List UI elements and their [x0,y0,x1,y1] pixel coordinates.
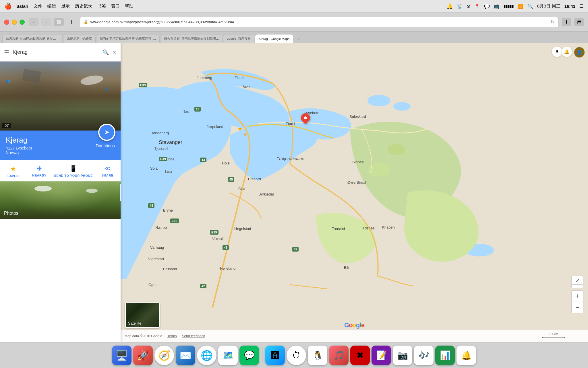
traffic-lights [4,20,25,25]
dock-icon-music[interactable]: 🎵 [329,346,349,365]
tab-stavanger[interactable]: 所有的斯塔万格旅游问答,蚂蜂窝问答 -... [96,34,160,43]
map-pin-kjerag[interactable] [301,113,310,122]
photo-number: 07 [2,123,11,128]
map-area[interactable]: Judeberg Fister Tau Årdal Jørpeland Flør… [121,43,588,342]
dock-icon-onenote[interactable]: 📝 [372,346,391,365]
new-tab-button[interactable]: ⬒ [574,18,584,26]
user-avatar[interactable]: 👤 [574,47,585,58]
apple-menu[interactable]: 🍎 [5,3,12,10]
fullscreen-window-button[interactable] [20,20,25,25]
dock: 🖥️ 🚀 🧭 ✉️ 🌐 🗺️ 💬 🅰 ⏱ 🐧 🎵 ✖ 📝 📷 🎶 📊 🔔 [0,342,588,368]
address-bar[interactable]: 🔒 www.google.com.hk/maps/place/Kjerag/@5… [79,17,559,27]
menubar-extra-icon[interactable]: ☰ [579,3,583,9]
directions-button[interactable]: Directions [96,143,115,148]
place-photo: 👥 👤 07 [0,62,121,131]
dock-icon-safari[interactable]: 🧭 [154,346,174,365]
dock-icon-clock[interactable]: ⏱ [287,346,306,365]
dock-icon-appstore[interactable]: 🅰 [265,346,285,365]
dock-icon-launchpad[interactable]: 🚀 [133,346,153,365]
zoom-in-button[interactable]: + [571,290,583,302]
airplay-icon[interactable]: 📺 [494,3,500,9]
nearby-icon: ⊕ [37,165,42,172]
menu-view[interactable]: 显示 [61,3,70,9]
notification-icon[interactable]: 🔔 [446,3,453,9]
clear-search-icon[interactable]: ✕ [112,49,117,55]
terms-link[interactable]: Terms [167,334,177,338]
datetime: 8月3日 周三 [537,3,560,9]
menu-bookmarks[interactable]: 书签 [97,3,106,9]
dock-icon-qq[interactable]: 🐧 [308,346,327,365]
search-icon[interactable]: 🔍 [102,49,109,55]
send-to-phone-icon: 📱 [69,165,77,172]
download-button[interactable]: ⬇ [67,18,76,26]
wechat-menu-icon[interactable]: 💬 [484,3,490,9]
dock-divider [262,347,262,363]
send-feedback-link[interactable]: Send feedback [182,334,205,338]
dock-icon-photos[interactable]: 📷 [393,346,412,365]
nearby-action[interactable]: ⊕ NEARBY [28,165,51,178]
dock-icon-itunes[interactable]: 🎶 [414,346,434,365]
screen-icon[interactable]: ⊙ [467,3,470,9]
dock-icon-chrome[interactable]: 🌐 [197,346,216,365]
saved-label: SAVED [7,174,19,178]
shield-e39-southeast: E39 [210,230,218,235]
menu-file[interactable]: 文件 [34,3,42,9]
place-address-line2: Norway [6,150,115,155]
search-input[interactable] [13,49,99,55]
wifi-icon[interactable]: 📶 [518,3,523,9]
menu-history[interactable]: 历史记录 [75,3,92,9]
location-icon[interactable]: 📍 [474,3,480,9]
sidebar-collapse-toggle[interactable]: ‹ [120,184,121,201]
shield-13-middle: 13 [200,158,206,162]
back-button[interactable]: ‹ [29,18,38,26]
dock-icon-maps[interactable]: 🗺️ [218,346,238,365]
send-to-phone-label: SEND TO YOUR PHONE [54,174,93,178]
screenshare-icon[interactable]: 📡 [457,3,463,9]
saved-action[interactable]: ★ SAVED [2,165,25,178]
google-apps-button[interactable]: ⠿ [552,47,562,57]
shield-42-south: 42 [200,284,206,288]
content-area: ☰ 🔍 ✕ ‹ 👥 👤 07 [0,43,588,342]
minimize-window-button[interactable] [12,20,17,25]
address-text[interactable]: www.google.com.hk/maps/place/Kjerag/@58.… [90,20,548,24]
tab-baidu[interactable]: google_百度搜索 [223,34,254,43]
menubar: 🍎 Safari 文件 编辑 显示 历史记录 书签 窗口 帮助 🔔 📡 ⊙ 📍 … [0,0,588,13]
tab-oulo[interactable]: 想去布道石, 请问从奥斯陆出发到斯塔... [160,34,223,43]
notifications-bell[interactable]: 🔔 [562,47,572,57]
send-to-phone-action[interactable]: 📱 SEND TO YOUR PHONE [54,165,93,178]
expand-map-button[interactable]: ⤢ [571,276,583,285]
refresh-icon[interactable]: ↻ [551,19,554,25]
dock-icon-crossover[interactable]: ✖ [350,346,370,365]
tab-travel[interactable]: 旅游攻略,自由行,自助游攻略,旅游社交分... [2,34,63,43]
browser: ‹ › ⬜ ⬇ 🔒 www.google.com.hk/maps/place/K… [0,13,588,342]
browser-toolbar: ‹ › ⬜ ⬇ 🔒 www.google.com.hk/maps/place/K… [0,13,588,32]
close-window-button[interactable] [4,20,9,25]
forward-button[interactable]: › [41,18,51,26]
svg-point-9 [388,144,405,155]
menu-edit[interactable]: 编辑 [47,3,56,9]
lock-icon: 🔒 [84,20,88,24]
menu-window[interactable]: 窗口 [111,3,120,9]
saved-icon: ★ [10,165,16,173]
tab-overview-button[interactable]: ⬜ [54,18,64,26]
share-toolbar-button[interactable]: ⬆ [562,18,571,26]
dock-icon-finder[interactable]: 🖥️ [112,346,131,365]
dock-icon-mail[interactable]: ✉️ [176,346,195,365]
tab-googlemaps-active[interactable]: Kjerag - Google Maps [255,34,293,43]
directions-fab[interactable]: ➤ [98,124,115,141]
menu-help[interactable]: 帮助 [125,3,134,9]
zoom-out-button[interactable]: − [571,302,583,313]
add-tab-button[interactable]: ＋ [295,35,303,43]
dock-icon-numbers[interactable]: 📊 [435,346,455,365]
shield-e39-south: E39 [170,218,179,223]
tab-system[interactable]: 系统消息 - 蚂蜂窝 [63,34,96,43]
sidebar-panel: ☰ 🔍 ✕ ‹ 👥 👤 07 [0,43,121,342]
photos-section[interactable]: Photos [0,181,121,219]
menu-safari[interactable]: Safari [16,4,28,9]
share-action[interactable]: ≪ SHARE [96,165,119,178]
search-menubar-icon[interactable]: 🔍 [527,3,533,9]
hamburger-menu-icon[interactable]: ☰ [4,49,9,56]
dock-icon-wechat[interactable]: 💬 [239,346,259,365]
satellite-toggle[interactable]: Satellite [125,302,160,328]
dock-icon-notification-center[interactable]: 🔔 [457,346,476,365]
